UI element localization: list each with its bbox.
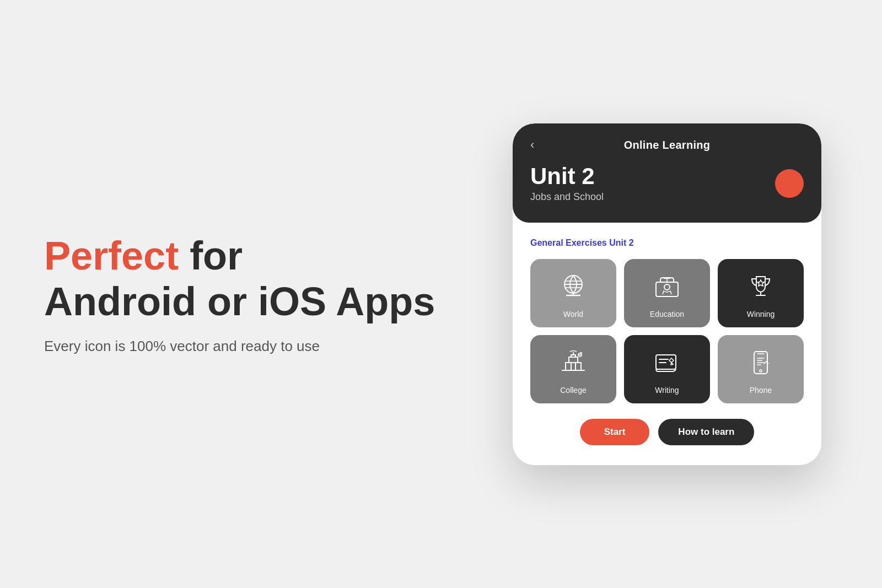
card-winning-label: Winning [747,310,775,319]
svg-point-2 [664,284,670,290]
card-college-label: College [560,386,586,395]
subheadline: Every icon is 100% vector and ready to u… [44,338,463,355]
card-college[interactable]: College [530,335,616,403]
card-world[interactable]: World [530,259,616,327]
card-phone[interactable]: Phone [718,335,804,403]
world-icon [558,271,589,302]
unit-info: Unit 2 Jobs and School [530,165,604,203]
back-button[interactable]: ‹ [530,138,534,152]
unit-subtitle: Jobs and School [530,191,604,203]
card-education-label: Education [650,310,684,319]
phone-content: General Exercises Unit 2 World [513,223,821,465]
education-icon [652,271,682,302]
phone-icon [745,347,776,378]
phone-nav: ‹ Online Learning [530,139,804,152]
left-section: Perfect forAndroid or iOS Apps Every ico… [44,233,496,355]
svg-point-8 [760,370,762,372]
phone-buttons: Start How to learn [530,419,804,445]
unit-number: Unit 2 [530,165,604,188]
section-title: General Exercises Unit 2 [530,238,804,248]
headline-accent: Perfect [44,234,179,278]
card-phone-label: Phone [750,386,772,395]
card-winning[interactable]: Winning [718,259,804,327]
writing-icon [652,347,682,378]
card-world-label: World [563,310,583,319]
icon-grid: World Education [530,259,804,403]
nav-title: Online Learning [624,139,711,152]
card-writing[interactable]: Writing [624,335,710,403]
headline: Perfect forAndroid or iOS Apps [44,233,463,325]
svg-rect-3 [566,363,571,370]
unit-dot-decoration [775,169,804,198]
college-icon [558,347,589,378]
phone-header: ‹ Online Learning Unit 2 Jobs and School [513,123,821,223]
unit-row: Unit 2 Jobs and School [530,165,804,203]
right-section: ‹ Online Learning Unit 2 Jobs and School… [496,123,838,465]
card-writing-label: Writing [655,386,679,395]
winning-icon [745,271,776,302]
card-education[interactable]: Education [624,259,710,327]
phone-mockup: ‹ Online Learning Unit 2 Jobs and School… [513,123,821,465]
svg-rect-4 [576,363,581,370]
start-button[interactable]: Start [580,419,650,445]
howto-button[interactable]: How to learn [658,419,754,445]
